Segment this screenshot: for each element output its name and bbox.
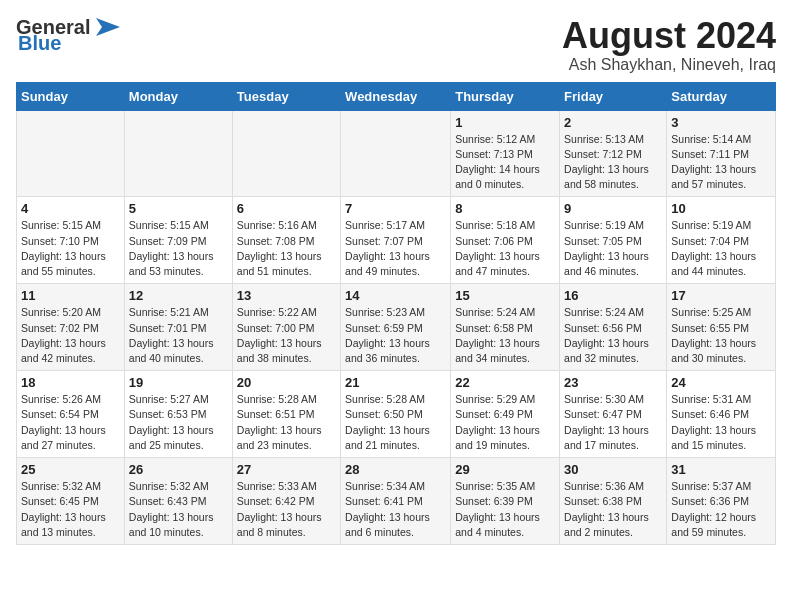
calendar-cell: 23Sunrise: 5:30 AMSunset: 6:47 PMDayligh… xyxy=(560,371,667,458)
day-number: 14 xyxy=(345,288,446,303)
day-number: 21 xyxy=(345,375,446,390)
day-info: Sunrise: 5:12 AMSunset: 7:13 PMDaylight:… xyxy=(455,132,555,193)
calendar-title: August 2024 xyxy=(562,16,776,56)
logo-icon xyxy=(92,16,122,38)
calendar-cell: 30Sunrise: 5:36 AMSunset: 6:38 PMDayligh… xyxy=(560,458,667,545)
calendar-week-row: 11Sunrise: 5:20 AMSunset: 7:02 PMDayligh… xyxy=(17,284,776,371)
day-info: Sunrise: 5:18 AMSunset: 7:06 PMDaylight:… xyxy=(455,218,555,279)
calendar-cell: 6Sunrise: 5:16 AMSunset: 7:08 PMDaylight… xyxy=(232,197,340,284)
day-info: Sunrise: 5:19 AMSunset: 7:05 PMDaylight:… xyxy=(564,218,662,279)
day-number: 18 xyxy=(21,375,120,390)
logo-blue: Blue xyxy=(18,32,61,55)
col-header-wednesday: Wednesday xyxy=(341,82,451,110)
col-header-thursday: Thursday xyxy=(451,82,560,110)
calendar-cell: 20Sunrise: 5:28 AMSunset: 6:51 PMDayligh… xyxy=(232,371,340,458)
day-number: 15 xyxy=(455,288,555,303)
day-number: 19 xyxy=(129,375,228,390)
day-info: Sunrise: 5:25 AMSunset: 6:55 PMDaylight:… xyxy=(671,305,771,366)
day-number: 22 xyxy=(455,375,555,390)
day-info: Sunrise: 5:32 AMSunset: 6:45 PMDaylight:… xyxy=(21,479,120,540)
day-info: Sunrise: 5:33 AMSunset: 6:42 PMDaylight:… xyxy=(237,479,336,540)
day-info: Sunrise: 5:29 AMSunset: 6:49 PMDaylight:… xyxy=(455,392,555,453)
calendar-cell: 5Sunrise: 5:15 AMSunset: 7:09 PMDaylight… xyxy=(124,197,232,284)
col-header-sunday: Sunday xyxy=(17,82,125,110)
logo: General Blue xyxy=(16,16,122,55)
calendar-subtitle: Ash Shaykhan, Nineveh, Iraq xyxy=(562,56,776,74)
day-info: Sunrise: 5:16 AMSunset: 7:08 PMDaylight:… xyxy=(237,218,336,279)
day-number: 13 xyxy=(237,288,336,303)
day-info: Sunrise: 5:27 AMSunset: 6:53 PMDaylight:… xyxy=(129,392,228,453)
day-number: 7 xyxy=(345,201,446,216)
calendar-cell xyxy=(341,110,451,197)
calendar-cell: 4Sunrise: 5:15 AMSunset: 7:10 PMDaylight… xyxy=(17,197,125,284)
calendar-cell: 15Sunrise: 5:24 AMSunset: 6:58 PMDayligh… xyxy=(451,284,560,371)
day-info: Sunrise: 5:32 AMSunset: 6:43 PMDaylight:… xyxy=(129,479,228,540)
day-number: 16 xyxy=(564,288,662,303)
day-number: 31 xyxy=(671,462,771,477)
day-info: Sunrise: 5:13 AMSunset: 7:12 PMDaylight:… xyxy=(564,132,662,193)
day-info: Sunrise: 5:35 AMSunset: 6:39 PMDaylight:… xyxy=(455,479,555,540)
day-number: 30 xyxy=(564,462,662,477)
day-info: Sunrise: 5:14 AMSunset: 7:11 PMDaylight:… xyxy=(671,132,771,193)
calendar-cell: 11Sunrise: 5:20 AMSunset: 7:02 PMDayligh… xyxy=(17,284,125,371)
col-header-friday: Friday xyxy=(560,82,667,110)
calendar-header-row: SundayMondayTuesdayWednesdayThursdayFrid… xyxy=(17,82,776,110)
day-info: Sunrise: 5:22 AMSunset: 7:00 PMDaylight:… xyxy=(237,305,336,366)
calendar-cell: 24Sunrise: 5:31 AMSunset: 6:46 PMDayligh… xyxy=(667,371,776,458)
day-info: Sunrise: 5:30 AMSunset: 6:47 PMDaylight:… xyxy=(564,392,662,453)
day-number: 25 xyxy=(21,462,120,477)
day-info: Sunrise: 5:37 AMSunset: 6:36 PMDaylight:… xyxy=(671,479,771,540)
day-number: 12 xyxy=(129,288,228,303)
day-number: 10 xyxy=(671,201,771,216)
svg-marker-0 xyxy=(96,18,120,36)
calendar-week-row: 1Sunrise: 5:12 AMSunset: 7:13 PMDaylight… xyxy=(17,110,776,197)
calendar-week-row: 25Sunrise: 5:32 AMSunset: 6:45 PMDayligh… xyxy=(17,458,776,545)
day-number: 5 xyxy=(129,201,228,216)
day-info: Sunrise: 5:24 AMSunset: 6:56 PMDaylight:… xyxy=(564,305,662,366)
calendar-cell: 13Sunrise: 5:22 AMSunset: 7:00 PMDayligh… xyxy=(232,284,340,371)
calendar-cell: 31Sunrise: 5:37 AMSunset: 6:36 PMDayligh… xyxy=(667,458,776,545)
day-number: 2 xyxy=(564,115,662,130)
calendar-cell: 9Sunrise: 5:19 AMSunset: 7:05 PMDaylight… xyxy=(560,197,667,284)
calendar-cell: 7Sunrise: 5:17 AMSunset: 7:07 PMDaylight… xyxy=(341,197,451,284)
day-number: 24 xyxy=(671,375,771,390)
day-info: Sunrise: 5:31 AMSunset: 6:46 PMDaylight:… xyxy=(671,392,771,453)
calendar-cell: 17Sunrise: 5:25 AMSunset: 6:55 PMDayligh… xyxy=(667,284,776,371)
day-info: Sunrise: 5:26 AMSunset: 6:54 PMDaylight:… xyxy=(21,392,120,453)
calendar-cell: 27Sunrise: 5:33 AMSunset: 6:42 PMDayligh… xyxy=(232,458,340,545)
day-info: Sunrise: 5:28 AMSunset: 6:50 PMDaylight:… xyxy=(345,392,446,453)
calendar-cell: 29Sunrise: 5:35 AMSunset: 6:39 PMDayligh… xyxy=(451,458,560,545)
calendar-cell: 12Sunrise: 5:21 AMSunset: 7:01 PMDayligh… xyxy=(124,284,232,371)
day-info: Sunrise: 5:28 AMSunset: 6:51 PMDaylight:… xyxy=(237,392,336,453)
calendar-week-row: 18Sunrise: 5:26 AMSunset: 6:54 PMDayligh… xyxy=(17,371,776,458)
title-area: August 2024 Ash Shaykhan, Nineveh, Iraq xyxy=(562,16,776,74)
day-info: Sunrise: 5:21 AMSunset: 7:01 PMDaylight:… xyxy=(129,305,228,366)
day-info: Sunrise: 5:20 AMSunset: 7:02 PMDaylight:… xyxy=(21,305,120,366)
day-number: 26 xyxy=(129,462,228,477)
calendar-cell: 16Sunrise: 5:24 AMSunset: 6:56 PMDayligh… xyxy=(560,284,667,371)
calendar-cell: 2Sunrise: 5:13 AMSunset: 7:12 PMDaylight… xyxy=(560,110,667,197)
day-number: 3 xyxy=(671,115,771,130)
day-number: 28 xyxy=(345,462,446,477)
calendar-cell: 21Sunrise: 5:28 AMSunset: 6:50 PMDayligh… xyxy=(341,371,451,458)
page-header: General Blue August 2024 Ash Shaykhan, N… xyxy=(16,16,776,74)
day-number: 8 xyxy=(455,201,555,216)
calendar-cell: 18Sunrise: 5:26 AMSunset: 6:54 PMDayligh… xyxy=(17,371,125,458)
calendar-cell: 26Sunrise: 5:32 AMSunset: 6:43 PMDayligh… xyxy=(124,458,232,545)
day-number: 23 xyxy=(564,375,662,390)
calendar-week-row: 4Sunrise: 5:15 AMSunset: 7:10 PMDaylight… xyxy=(17,197,776,284)
day-number: 6 xyxy=(237,201,336,216)
calendar-cell xyxy=(124,110,232,197)
col-header-saturday: Saturday xyxy=(667,82,776,110)
day-info: Sunrise: 5:34 AMSunset: 6:41 PMDaylight:… xyxy=(345,479,446,540)
day-number: 9 xyxy=(564,201,662,216)
calendar-cell: 19Sunrise: 5:27 AMSunset: 6:53 PMDayligh… xyxy=(124,371,232,458)
day-number: 29 xyxy=(455,462,555,477)
day-info: Sunrise: 5:15 AMSunset: 7:09 PMDaylight:… xyxy=(129,218,228,279)
col-header-tuesday: Tuesday xyxy=(232,82,340,110)
calendar-cell: 3Sunrise: 5:14 AMSunset: 7:11 PMDaylight… xyxy=(667,110,776,197)
day-number: 4 xyxy=(21,201,120,216)
day-number: 1 xyxy=(455,115,555,130)
day-info: Sunrise: 5:15 AMSunset: 7:10 PMDaylight:… xyxy=(21,218,120,279)
day-number: 27 xyxy=(237,462,336,477)
